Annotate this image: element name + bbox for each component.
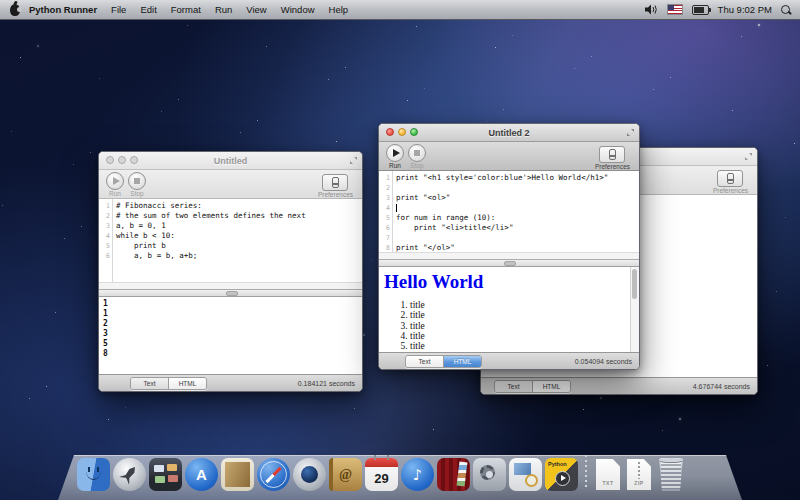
run-button[interactable]: Run <box>386 144 404 169</box>
safari-dock-icon[interactable] <box>257 458 290 491</box>
menu-item-format[interactable]: Format <box>164 4 208 15</box>
tab-text[interactable]: Text <box>131 378 168 389</box>
app-store-dock-icon[interactable]: A <box>185 458 218 491</box>
scrollbar-thumb[interactable] <box>632 269 637 299</box>
minimize-button[interactable] <box>118 156 126 164</box>
rendered-list: titletitletitletitletitletitle <box>379 300 639 352</box>
close-button[interactable] <box>386 128 394 136</box>
preferences-button[interactable]: Preferences <box>595 146 630 170</box>
launchpad-dock-icon[interactable] <box>113 458 146 491</box>
mission-control-dock-icon[interactable] <box>149 458 182 491</box>
zoom-button[interactable] <box>410 128 418 136</box>
run-button[interactable]: Run <box>106 172 124 197</box>
window-untitled[interactable]: Untitled Run Stop Preferences 1# Fibonac… <box>98 151 363 392</box>
slider-icon <box>727 173 734 184</box>
stop-button[interactable]: Stop <box>128 172 146 197</box>
us-flag-icon[interactable] <box>667 4 683 15</box>
rendered-list-item: title <box>410 331 639 341</box>
tab-text[interactable]: Text <box>495 381 532 392</box>
preferences-button[interactable]: Preferences <box>318 174 353 198</box>
finder-dock-icon[interactable] <box>77 458 110 491</box>
system-preferences-dock-icon[interactable] <box>473 458 506 491</box>
itunes-dock-icon[interactable]: ♪ <box>401 458 434 491</box>
gutter-divider <box>392 171 393 259</box>
python-runner-dock-icon[interactable]: Python <box>545 458 578 491</box>
pane-splitter[interactable] <box>99 289 362 297</box>
mail-dock-icon[interactable] <box>221 458 254 491</box>
tab-html[interactable]: HTML <box>168 378 206 389</box>
slider-icon <box>609 149 616 160</box>
calendar-dock-icon[interactable]: 29 <box>365 458 398 491</box>
menu-bar: Python Runner FileEditFormatRunViewWindo… <box>0 0 800 20</box>
app-menu-title[interactable]: Python Runner <box>29 4 97 15</box>
menu-item-run[interactable]: Run <box>208 4 239 15</box>
python-runner-glyph: Python <box>545 458 578 491</box>
pane-splitter[interactable] <box>379 259 639 267</box>
contacts-dock-icon[interactable]: @ <box>329 458 362 491</box>
tab-html[interactable]: HTML <box>532 381 570 392</box>
output-line: 2 <box>99 319 362 329</box>
text-caret <box>396 204 397 212</box>
minimize-button[interactable] <box>398 128 406 136</box>
dock-separator <box>581 453 591 491</box>
code-line: 2# the sum of two elements defines the n… <box>99 211 362 221</box>
apple-menu-icon[interactable] <box>10 4 20 16</box>
spotlight-icon[interactable] <box>781 5 790 14</box>
volume-icon[interactable] <box>645 4 658 15</box>
zip-document-dock-icon[interactable]: ZIP <box>625 458 653 491</box>
rendered-heading: Hello World <box>384 271 639 293</box>
toolbar: Run Stop Preferences <box>379 142 639 171</box>
execution-time: 0.184121 seconds <box>298 380 355 387</box>
code-editor[interactable]: 1print "<h1 style='color:blue'>Hello Wor… <box>379 171 639 259</box>
html-output-pane[interactable]: Hello World titletitletitletitletitletit… <box>379 267 639 352</box>
window-untitled-2[interactable]: Untitled 2 Run Stop Preferences 1print "… <box>378 123 640 370</box>
titlebar[interactable]: Untitled 2 <box>379 124 639 142</box>
fullscreen-icon[interactable] <box>626 128 635 137</box>
code-line: 6 print "<li>title</li>" <box>379 223 639 233</box>
code-line: 3print "<ol>" <box>379 193 639 203</box>
photo-booth-dock-icon[interactable] <box>437 458 470 491</box>
fullscreen-icon[interactable] <box>349 156 358 165</box>
preview-dock-icon[interactable] <box>509 458 542 491</box>
menu-item-help[interactable]: Help <box>322 4 356 15</box>
output-line: 1 <box>99 309 362 319</box>
output-line: 1 <box>99 299 362 309</box>
bottom-bar: TextHTML 0.054094 seconds <box>379 352 639 369</box>
menu-clock[interactable]: Thu 9:02 PM <box>718 4 772 15</box>
output-mode-tabs: TextHTML <box>405 355 482 368</box>
close-button[interactable] <box>106 156 114 164</box>
txt-document-dock-icon[interactable]: TXT <box>594 458 622 491</box>
menu-item-file[interactable]: File <box>104 4 133 15</box>
preferences-button[interactable]: Preferences <box>713 170 748 194</box>
rendered-list-item: title <box>410 310 639 320</box>
rendered-list-item: title <box>410 341 639 351</box>
vertical-scrollbar[interactable] <box>630 267 639 352</box>
output-line: 3 <box>99 329 362 339</box>
itunes-glyph: ♪ <box>401 458 434 491</box>
tab-text[interactable]: Text <box>406 356 443 367</box>
window-title: Untitled 2 <box>488 128 529 138</box>
titlebar[interactable]: Untitled <box>99 152 362 170</box>
window-title: Untitled <box>214 156 248 166</box>
code-editor[interactable]: 1# Fibonacci series:2# the sum of two el… <box>99 199 362 289</box>
battery-icon[interactable] <box>692 5 709 15</box>
menu-item-edit[interactable]: Edit <box>133 4 163 15</box>
facetime-dock-icon[interactable] <box>293 458 326 491</box>
rendered-list-item: title <box>410 321 639 331</box>
tab-html[interactable]: HTML <box>443 356 481 367</box>
rendered-list-item: title <box>410 300 639 310</box>
fullscreen-icon[interactable] <box>744 152 753 161</box>
trash-dock-icon[interactable] <box>656 458 686 491</box>
horizontal-scrollbar[interactable] <box>379 252 639 259</box>
zoom-button[interactable] <box>130 156 138 164</box>
menu-item-window[interactable]: Window <box>274 4 322 15</box>
code-line: 5for num in range (10): <box>379 213 639 223</box>
output-mode-tabs: TextHTML <box>130 377 207 390</box>
horizontal-scrollbar[interactable] <box>99 282 362 289</box>
text-output-pane[interactable]: 112358 <box>99 297 362 374</box>
play-icon <box>106 172 124 190</box>
gutter-divider <box>112 199 113 289</box>
stop-button[interactable]: Stop <box>408 144 426 169</box>
code-line: 4 <box>379 203 639 213</box>
menu-item-view[interactable]: View <box>239 4 273 15</box>
